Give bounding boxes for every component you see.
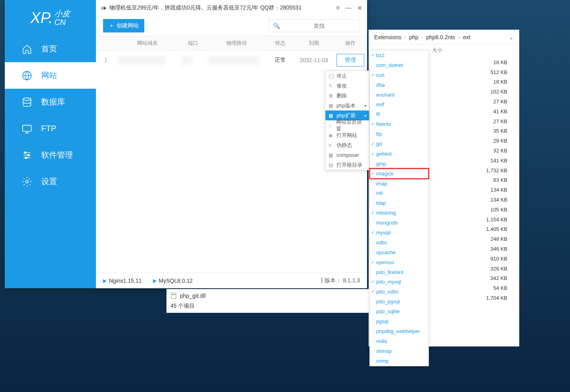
- ext-item-intl[interactable]: intl: [370, 188, 428, 198]
- ext-item-pdo_odbc[interactable]: pdo_odbc: [370, 287, 428, 297]
- ext-item-redis[interactable]: redis: [370, 336, 428, 346]
- ext-item-bz2[interactable]: bz2: [370, 50, 428, 60]
- svg-rect-2: [23, 125, 31, 131]
- database-icon: [21, 97, 33, 108]
- ext-item-com_dotnet[interactable]: com_dotnet: [370, 60, 428, 70]
- gear-icon: [321, 277, 322, 284]
- chevron-right-icon: ▸: [365, 113, 367, 118]
- column-action[interactable]: 操作: [334, 40, 367, 47]
- sidebar-item-home[interactable]: 首页: [5, 36, 96, 62]
- toolbar: ＋ 创建网站 🔍: [96, 16, 367, 36]
- file-icon: [170, 293, 177, 299]
- ctx-item-打开根目录[interactable]: ▤打开根目录: [325, 160, 369, 170]
- play-icon: ▶: [153, 278, 157, 284]
- svg-point-6: [26, 180, 29, 183]
- home-icon: [21, 44, 33, 55]
- column-expire[interactable]: 到期: [294, 40, 334, 47]
- ctx-item-伪静态[interactable]: ≡伪静态: [325, 140, 369, 150]
- search-input[interactable]: [282, 23, 356, 29]
- ext-item-pdo_pgsql[interactable]: pdo_pgsql: [370, 297, 428, 306]
- ext-item-snmp[interactable]: snmp: [370, 356, 428, 366]
- ext-item-mbstring[interactable]: mbstring: [370, 208, 428, 218]
- menu-icon[interactable]: ≡: [336, 4, 340, 11]
- ext-item-gmp[interactable]: gmp: [370, 159, 428, 169]
- gear-icon: [21, 176, 33, 187]
- ctx-item-网站首页设置[interactable]: ⌂网站首页设置: [325, 120, 369, 130]
- globe-icon: [21, 70, 33, 81]
- ext-item-pdo_mysql[interactable]: pdo_mysql: [370, 277, 428, 287]
- svg-point-4: [28, 154, 29, 156]
- column-path[interactable]: 物理路径: [207, 40, 266, 47]
- breadcrumb-dropdown-icon[interactable]: ⌄: [509, 34, 514, 40]
- ext-item-gd[interactable]: gd: [370, 139, 428, 149]
- ext-item-ffi[interactable]: ffi: [370, 109, 428, 119]
- ext-item-ftp[interactable]: ftp: [370, 129, 428, 139]
- ext-item-enchant[interactable]: enchant: [370, 90, 428, 100]
- table-header: 网站域名 端口 物理路径 状态 到期 操作: [96, 36, 367, 51]
- sidebar-item-ftp[interactable]: FTP: [5, 115, 96, 142]
- svg-rect-7: [171, 293, 176, 299]
- ext-item-ldap[interactable]: ldap: [370, 198, 428, 208]
- ext-item-gettext[interactable]: gettext: [370, 149, 428, 159]
- ext-item-openssl[interactable]: openssl: [370, 257, 428, 267]
- breadcrumb-item[interactable]: php8.0.2nts: [426, 34, 455, 40]
- breadcrumb[interactable]: Extensions› php› php8.0.2nts› ext ⌄: [369, 30, 519, 45]
- version-info: 版本： 8.1.1.3: [321, 277, 360, 284]
- ext-item-fileinfo[interactable]: fileinfo: [370, 119, 428, 129]
- create-website-button[interactable]: ＋ 创建网站: [103, 19, 144, 32]
- search-icon: 🔍: [273, 23, 280, 29]
- column-status[interactable]: 状态: [266, 40, 294, 47]
- speaker-icon: 🕪: [101, 5, 106, 11]
- ext-item-pdo_sqlite[interactable]: pdo_sqlite: [370, 306, 428, 316]
- ctx-item-停止[interactable]: ◯停止: [325, 71, 369, 81]
- close-icon[interactable]: ✕: [357, 4, 362, 12]
- ext-item-pdo_firebird[interactable]: pdo_firebird: [370, 267, 428, 277]
- svg-point-1: [23, 98, 31, 101]
- ext-item-curl[interactable]: curl: [370, 70, 428, 80]
- plus-icon: ＋: [109, 22, 114, 29]
- monitor-icon: [21, 123, 33, 134]
- ext-item-odbc[interactable]: odbc: [370, 238, 428, 247]
- logo: XP. 小皮CN: [5, 0, 96, 36]
- breadcrumb-item[interactable]: php: [409, 34, 418, 40]
- svg-point-3: [25, 152, 26, 153]
- ext-item-mongodb[interactable]: mongodb: [370, 218, 428, 228]
- table-row[interactable]: 1 正常 2032-11-03 管理: [96, 51, 367, 70]
- ctx-item-修改[interactable]: ✎修改: [325, 81, 369, 91]
- ext-item-pgsql[interactable]: pgsql: [370, 316, 428, 326]
- ext-item-exif[interactable]: exif: [370, 99, 428, 109]
- sidebar-item-settings[interactable]: 设置: [5, 168, 96, 195]
- mysql-service[interactable]: ▶MySQL8.0.12: [153, 278, 193, 284]
- sidebar-item-website[interactable]: 网站: [5, 62, 96, 89]
- breadcrumb-item[interactable]: Extensions: [374, 34, 401, 40]
- context-menu[interactable]: ◯停止✎修改🗑删除▦php版本▸▦php扩展▸⌂网站首页设置◉打开网站≡伪静态▦…: [325, 70, 369, 170]
- ext-item-shmop[interactable]: shmop: [370, 346, 428, 356]
- ext-item-dba[interactable]: dba: [370, 80, 428, 90]
- ext-item-opcache[interactable]: opcache: [370, 247, 428, 257]
- expire-date: 2032-11-03: [294, 57, 334, 63]
- sidebar-item-database[interactable]: 数据库: [5, 89, 96, 115]
- column-port[interactable]: 端口: [179, 40, 207, 47]
- footer: ▶Nginx1.15.11 ▶MySQL8.0.12 版本： 8.1.1.3: [96, 272, 367, 288]
- chevron-right-icon: ▸: [365, 103, 367, 108]
- sidebar-item-software[interactable]: 软件管理: [5, 142, 96, 168]
- column-domain[interactable]: 网站域名: [116, 40, 179, 47]
- breadcrumb-item[interactable]: ext: [463, 34, 471, 40]
- ctx-item-php版本[interactable]: ▦php版本▸: [325, 101, 369, 110]
- ext-item-imagick[interactable]: imagick: [370, 169, 428, 179]
- nginx-service[interactable]: ▶Nginx1.15.11: [103, 278, 142, 284]
- search-box[interactable]: 🔍: [269, 19, 360, 32]
- ctx-item-composer[interactable]: ▦composer: [325, 150, 369, 160]
- ctx-item-打开网站[interactable]: ◉打开网站: [325, 130, 369, 140]
- svg-rect-8: [172, 294, 175, 295]
- minimize-icon[interactable]: —: [345, 4, 352, 11]
- ext-item-phpdbg_webhelper[interactable]: phpdbg_webhelper: [370, 326, 428, 336]
- topbar: 🕪 物理机低至299元/年，拼团成功0元得。云服务器低至72元/年 QQ群：28…: [96, 0, 367, 16]
- manage-button[interactable]: 管理: [337, 54, 364, 67]
- ext-item-imap[interactable]: imap: [370, 179, 428, 188]
- ctx-item-删除[interactable]: 🗑删除: [325, 91, 369, 101]
- file-item[interactable]: php_gd.dll: [170, 293, 250, 299]
- php-extension-menu[interactable]: bz2com_dotnetcurldbaenchantexifffifilein…: [369, 50, 429, 366]
- ext-item-mysqli[interactable]: mysqli: [370, 228, 428, 238]
- announcement: 🕪 物理机低至299元/年，拼团成功0元得。云服务器低至72元/年 QQ群：28…: [101, 4, 336, 11]
